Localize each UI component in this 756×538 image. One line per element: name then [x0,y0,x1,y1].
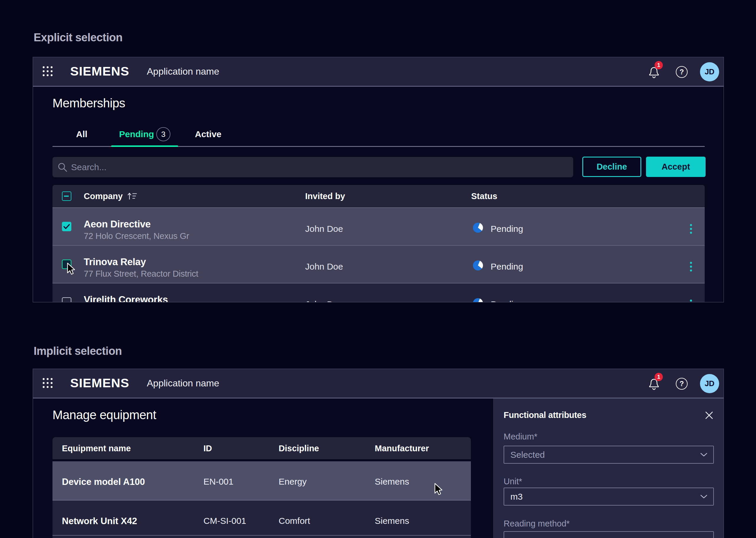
active-tab-underline [111,145,178,147]
tab-active[interactable]: Active [195,129,222,139]
equipment-discipline-cell: Energy [278,477,307,487]
page-title-manage-equipment: Manage equipment [52,408,156,422]
siemens-logo: SIEMENS [70,375,129,390]
equipment-id-cell: EN-001 [203,477,233,487]
user-avatar[interactable]: JD [700,62,719,81]
status-cell: Pending [473,224,523,234]
company-name: Trinova Relay [84,256,198,268]
equipment-table-header: Equipment name ID Discipline Manufacture… [52,437,471,459]
memberships-window: SIEMENS Application name 1 ? JD Membersh… [33,57,724,302]
application-name: Application name [147,66,219,77]
equipment-discipline-cell: Comfort [278,516,310,526]
pending-status-icon [473,260,483,271]
column-header-manufacturer[interactable]: Manufacturer [375,443,429,453]
search-icon [58,162,68,172]
user-avatar[interactable]: JD [700,374,719,393]
row-checkbox-unchecked[interactable] [62,297,71,302]
field-label-medium: Medium* [504,432,537,442]
status-label: Pending [491,262,523,272]
tab-pending[interactable]: Pending [119,129,154,139]
company-cell: Virelith Coreworks [84,294,168,302]
unit-select-value: m3 [510,492,523,502]
equipment-row-partial [52,536,471,538]
notification-count-badge: 1 [655,61,663,69]
functional-attributes-panel: Functional attributes Medium* Selected U… [493,399,724,538]
field-label-reading-method: Reading method* [504,519,570,529]
decline-button[interactable]: Decline [582,157,641,177]
company-cell: Aeon Directive 72 Holo Crescent, Nexus G… [84,218,189,242]
application-name: Application name [147,378,219,389]
equipment-id-cell: CM-SI-001 [203,516,246,526]
checkmark-icon [62,222,71,231]
mouse-cursor [67,262,77,277]
status-cell: Pending [473,299,523,302]
page-title-memberships: Memberships [52,96,125,110]
app-header: SIEMENS Application name 1 ? JD [33,57,724,87]
column-header-company-label: Company [84,191,123,201]
memberships-table: Company Invited by Status [52,185,705,302]
equipment-row-device-model-a100[interactable]: Device model A100 EN-001 Energy Siemens [52,461,471,500]
row-checkbox-checked[interactable] [62,222,71,231]
equipment-row-network-unit-x42[interactable]: Network Unit X42 CM-SI-001 Comfort Sieme… [52,501,471,535]
pending-count-badge: 3 [156,127,171,141]
medium-select-value: Selected [510,450,545,460]
company-name: Aeon Directive [84,218,189,230]
panel-title: Functional attributes [504,410,586,420]
app-launcher-icon[interactable] [42,66,53,77]
siemens-logo: SIEMENS [70,64,129,78]
invited-by-cell: John Doe [305,262,343,272]
select-all-checkbox[interactable] [62,191,71,201]
chevron-down-icon [700,495,707,499]
help-icon[interactable]: ? [676,66,687,78]
company-name: Virelith Coreworks [84,294,168,302]
column-header-discipline[interactable]: Discipline [278,443,319,453]
tab-all[interactable]: All [76,129,87,139]
equipment-name-cell: Device model A100 [62,477,145,487]
equipment-window: SIEMENS Application name 1 ? JD Manage e… [33,369,724,538]
field-label-unit: Unit* [504,477,522,486]
company-address: 72 Holo Crescent, Nexus Gr [84,230,189,242]
notification-count-badge: 1 [655,373,663,381]
pending-status-icon [473,222,483,233]
app-launcher-icon[interactable] [42,378,53,389]
app-header: SIEMENS Application name 1 ? JD [33,369,724,399]
row-actions-kebab[interactable] [689,224,692,234]
equipment-manufacturer-cell: Siemens [375,516,409,526]
column-header-id[interactable]: ID [203,443,212,453]
medium-select[interactable]: Selected [504,446,714,464]
mouse-cursor [434,483,444,497]
membership-row-trinova-relay[interactable]: Trinova Relay 77 Flux Street, Reactor Di… [52,246,705,283]
invited-by-cell: John Doe [305,299,343,302]
company-address: 77 Flux Street, Reactor District [84,268,198,279]
section-label-implicit: Implicit selection [34,345,122,357]
company-cell: Trinova Relay 77 Flux Street, Reactor Di… [84,256,198,279]
status-label: Pending [491,224,523,234]
close-icon[interactable] [705,411,714,420]
invited-by-cell: John Doe [305,224,343,234]
memberships-table-header: Company Invited by Status [52,185,705,207]
column-header-status[interactable]: Status [471,191,497,201]
search-box [52,157,573,177]
sort-ascending-icon [127,192,137,200]
status-cell: Pending [473,261,523,272]
column-header-invited-by[interactable]: Invited by [305,191,345,201]
column-header-equipment-name[interactable]: Equipment name [62,443,131,453]
section-label-explicit: Explicit selection [34,31,123,44]
equipment-manufacturer-cell: Siemens [375,477,409,487]
equipment-name-cell: Network Unit X42 [62,516,137,526]
unit-select[interactable]: m3 [504,488,714,506]
accept-button[interactable]: Accept [646,157,706,177]
chevron-down-icon [700,453,707,457]
equipment-table: Equipment name ID Discipline Manufacture… [52,437,471,538]
membership-row-virelith-coreworks[interactable]: Virelith Coreworks John Doe Pending [52,284,705,302]
table-header-gap [52,459,471,461]
row-actions-kebab[interactable] [689,300,692,303]
column-header-company[interactable]: Company [84,191,137,201]
help-icon[interactable]: ? [676,378,687,390]
row-actions-kebab[interactable] [689,262,692,272]
status-label: Pending [491,299,523,302]
membership-row-aeon-directive[interactable]: Aeon Directive 72 Holo Crescent, Nexus G… [52,208,705,245]
reading-method-select[interactable] [504,531,714,538]
pending-status-icon [473,298,483,302]
search-input[interactable] [71,157,566,177]
